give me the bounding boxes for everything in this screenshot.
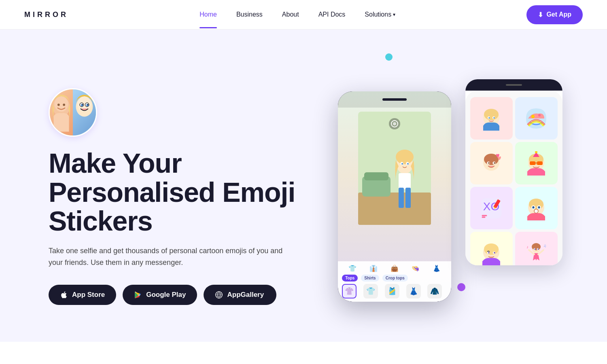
svg-point-68	[488, 252, 490, 254]
svg-point-31	[393, 122, 396, 125]
clothing-item-4[interactable]: 👗	[406, 284, 421, 298]
sticker-6-img	[524, 196, 548, 220]
toolbar-tab-tops[interactable]: Tops	[342, 275, 358, 281]
logo[interactable]: MIRROR	[24, 11, 68, 19]
dot-teal-1	[385, 53, 393, 61]
nav-item-home[interactable]: Home	[200, 11, 217, 18]
cta-buttons: App Store Google Play	[49, 285, 314, 305]
download-icon: ⬇	[538, 11, 543, 19]
sticker-2[interactable]	[515, 97, 558, 140]
svg-point-45	[494, 162, 495, 164]
sticker-3-img	[479, 151, 503, 176]
svg-point-61	[533, 206, 534, 207]
svg-point-75	[538, 248, 539, 250]
sticker-grid: XO	[465, 91, 562, 265]
google-play-icon	[134, 290, 142, 299]
sticker-5[interactable]: XO	[470, 187, 513, 229]
sticker-4[interactable]	[515, 142, 558, 184]
toolbar-icon-shirt[interactable]: 👔	[369, 265, 378, 272]
sticker-8[interactable]: ♪ ♫	[515, 232, 558, 265]
sticker-8-img: ♪ ♫	[524, 241, 548, 265]
svg-rect-17	[358, 193, 431, 225]
svg-point-51	[535, 151, 537, 153]
brand-name: MIRROR	[24, 11, 68, 19]
avatar-scene-svg	[358, 112, 431, 225]
hero-subtitle: Take one selfie and get thousands of per…	[49, 245, 283, 269]
phone-avatar-scene	[338, 108, 451, 229]
clothing-item-2[interactable]: 👕	[363, 284, 378, 298]
navbar: MIRROR Home Business About API Docs Solu…	[0, 0, 607, 29]
nav-item-business[interactable]: Business	[236, 11, 263, 18]
toolbar-tabs: Tops Shirts Crop tops	[342, 275, 447, 281]
huawei-icon	[215, 290, 223, 299]
phone-notch	[382, 98, 407, 101]
svg-point-63	[534, 209, 538, 213]
hero-title: Make Your Personalised Emoji Stickers	[49, 149, 314, 235]
sticker-1[interactable]	[470, 97, 513, 140]
sticker-4-img	[524, 151, 548, 176]
dot-purple-1	[457, 283, 465, 291]
toolbar-icon-tshirt[interactable]: 👕	[348, 265, 357, 272]
svg-point-62	[539, 206, 540, 207]
sticker-3[interactable]	[470, 142, 513, 184]
svg-point-10	[82, 104, 83, 106]
svg-point-36	[489, 117, 490, 119]
sticker-6[interactable]	[515, 187, 558, 229]
toolbar-tab-crop-tops[interactable]: Crop tops	[382, 275, 408, 281]
sticker-5-img: XO	[479, 196, 503, 220]
phone-main-screen: 👕 👔 👜 👒 👗 Tops Shirts Crop tops 👚 👕	[338, 91, 451, 302]
nav-link-home[interactable]: Home	[200, 11, 217, 18]
svg-rect-48	[530, 161, 535, 165]
google-play-button[interactable]: Google Play	[123, 285, 197, 305]
svg-rect-19	[364, 172, 388, 180]
clothing-item-1[interactable]: 👚	[342, 284, 357, 298]
svg-point-56	[529, 199, 543, 210]
sticker-7[interactable]	[470, 232, 513, 265]
svg-point-37	[494, 117, 495, 119]
phone-toolbar: 👕 👔 👜 👒 👗 Tops Shirts Crop tops 👚 👕	[338, 261, 451, 302]
toolbar-tab-shirts[interactable]: Shirts	[361, 275, 379, 281]
clothing-item-3[interactable]: 🎽	[385, 284, 399, 298]
sticker-1-img	[479, 106, 503, 131]
svg-text:♫: ♫	[543, 243, 547, 248]
hero-content: Make Your Personalised Emoji Stickers Ta…	[49, 88, 314, 305]
nav-links: Home Business About API Docs Solutions ▾	[200, 11, 395, 18]
svg-point-71	[532, 243, 541, 250]
sticker-2-img	[524, 106, 548, 131]
nav-item-about[interactable]: About	[282, 11, 299, 18]
phone-stickers: XO	[465, 79, 562, 265]
app-gallery-button[interactable]: AppGallery	[204, 285, 276, 305]
nav-link-about[interactable]: About	[282, 11, 299, 18]
phone-main: 👕 👔 👜 👒 👗 Tops Shirts Crop tops 👚 👕	[338, 91, 451, 302]
svg-point-69	[494, 252, 496, 254]
svg-point-2	[57, 104, 60, 106]
svg-point-21	[396, 150, 414, 164]
svg-point-39	[538, 114, 541, 116]
toolbar-icon-bag[interactable]: 👜	[391, 265, 399, 272]
footer-preview	[0, 342, 607, 364]
svg-rect-23	[399, 188, 404, 208]
avatar-photo-half	[50, 89, 73, 135]
hero-avatar	[49, 88, 97, 137]
nav-item-api-docs[interactable]: API Docs	[318, 11, 346, 18]
toolbar-icon-hat[interactable]: 👒	[412, 265, 420, 272]
svg-point-3	[63, 104, 65, 106]
chevron-down-icon: ▾	[393, 12, 395, 17]
phone-bg-notch	[506, 84, 522, 86]
nav-item-solutions[interactable]: Solutions ▾	[365, 11, 395, 18]
app-store-button[interactable]: App Store	[49, 285, 116, 305]
svg-text:♪: ♪	[526, 245, 528, 249]
clothing-grid: 👚 👕 🎽 👗 🧥	[342, 284, 447, 298]
nav-link-api-docs[interactable]: API Docs	[318, 11, 346, 18]
get-app-button[interactable]: ⬇ Get App	[526, 5, 583, 24]
toolbar-icon-more[interactable]: 👗	[433, 265, 441, 272]
svg-point-28	[407, 163, 409, 165]
svg-point-74	[535, 248, 536, 250]
nav-link-business[interactable]: Business	[236, 11, 263, 18]
avatar-photo-svg	[50, 92, 73, 133]
nav-link-solutions[interactable]: Solutions ▾	[365, 11, 395, 18]
clothing-item-5[interactable]: 🧥	[427, 284, 442, 298]
apple-icon	[60, 290, 68, 299]
sticker-7-img	[479, 241, 503, 265]
phone-showcase: 👕 👔 👜 👒 👗 Tops Shirts Crop tops 👚 👕	[314, 79, 558, 314]
